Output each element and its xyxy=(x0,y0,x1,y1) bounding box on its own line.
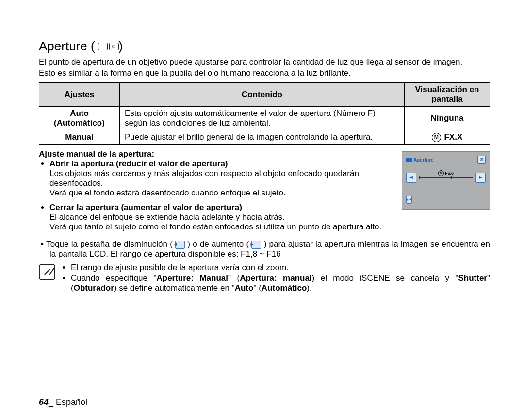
th-content: Contenido xyxy=(120,82,405,106)
tab-instruction: Toque la pestaña de disminución ( ◄ ) o … xyxy=(49,240,490,259)
cell-auto: Auto(Automático) xyxy=(39,106,120,130)
figure-title: Aperture xyxy=(406,157,434,162)
decrease-tab-icon: ◄ xyxy=(175,241,185,249)
intro-paragraph-1: El punto de apertura de un objetivo pued… xyxy=(39,57,490,67)
increase-button[interactable]: ► xyxy=(475,173,486,183)
page-number: 64 xyxy=(39,397,49,407)
aperture-slider[interactable]: MF5.6 xyxy=(419,177,473,178)
title-close: ) xyxy=(119,39,123,54)
manual-icon: M xyxy=(432,133,441,142)
close-aperture-item: Cerrar la apertura (aumentar el valor de… xyxy=(49,203,395,232)
photo-mode-icon xyxy=(109,43,119,50)
close-icon[interactable]: ✕ xyxy=(477,156,486,164)
intro-paragraph-2: Esto es similar a la forma en que la pup… xyxy=(39,68,490,78)
aperture-icon xyxy=(406,158,412,162)
cell-auto-desc: Esta opción ajusta automáticamente el va… xyxy=(120,106,405,130)
increase-tab-icon: ► xyxy=(251,241,261,249)
aperture-screenshot: Aperture ✕ ◄ MF5.6 ► ↩ xyxy=(402,151,490,210)
table-row: Manual Puede ajustar el brillo general d… xyxy=(39,130,490,144)
note-icon xyxy=(39,264,55,280)
video-mode-icon xyxy=(98,43,108,50)
settings-table: Ajustes Contenido Visualización en panta… xyxy=(39,82,490,145)
title-text: Aperture ( xyxy=(39,39,95,54)
cell-manual: Manual xyxy=(39,130,120,144)
decrease-button[interactable]: ◄ xyxy=(406,173,416,183)
mode-icons xyxy=(98,43,119,50)
th-settings: Ajustes xyxy=(39,82,120,106)
page-footer: 64_ Español xyxy=(39,397,87,407)
cell-manual-display: M FX.X xyxy=(405,130,490,144)
page-title: Aperture ( ) xyxy=(39,39,490,54)
note-item-1: El rango de ajuste posible de la apertur… xyxy=(71,263,490,273)
back-button[interactable]: ↩ xyxy=(406,196,412,204)
note-item-2: Cuando especifique "Aperture: Manual" (A… xyxy=(71,274,490,293)
cell-manual-desc: Puede ajustar el brillo general de la im… xyxy=(120,130,405,144)
note-box: El rango de ajuste posible de la apertur… xyxy=(39,263,490,294)
table-row: Auto(Automático) Esta opción ajusta auto… xyxy=(39,106,490,130)
manual-adjust-title: Ajuste manual de la apertura: xyxy=(39,149,395,159)
page-lang: _ Español xyxy=(49,397,87,407)
th-display: Visualización en pantalla xyxy=(405,82,490,106)
open-aperture-item: Abrir la apertura (reducir el valor de a… xyxy=(49,159,395,198)
cell-auto-display: Ninguna xyxy=(405,106,490,130)
